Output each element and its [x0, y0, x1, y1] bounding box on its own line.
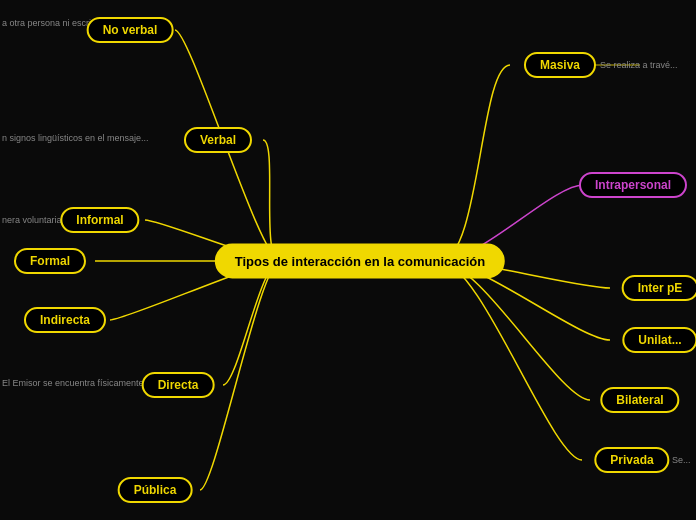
node-privada: Privada [594, 447, 669, 473]
center-node: Tipos de interacción en la comunicación [215, 244, 505, 279]
node-no-verbal: No verbal [87, 17, 174, 43]
node-intrapersonal: Intrapersonal [579, 172, 687, 198]
node-indirecta: Indirecta [24, 307, 106, 333]
node-publica: Pública [118, 477, 193, 503]
node-unilateral: Unilat... [622, 327, 696, 353]
node-interpersonal: Inter pE [622, 275, 696, 301]
node-verbal: Verbal [184, 127, 252, 153]
label-informal: nera voluntaria... [2, 215, 69, 225]
label-privada: Se... [672, 455, 691, 465]
label-verbal: n signos lingüísticos en el mensaje... [2, 133, 149, 143]
node-directa: Directa [142, 372, 215, 398]
label-masiva: Se realiza a travé... [600, 60, 678, 70]
node-masiva: Masiva [524, 52, 596, 78]
node-informal: Informal [60, 207, 139, 233]
node-bilateral: Bilateral [600, 387, 679, 413]
node-formal: Formal [14, 248, 86, 274]
